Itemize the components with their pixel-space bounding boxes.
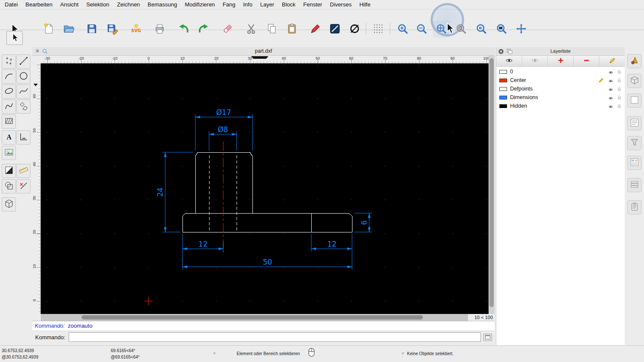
svg-export-button[interactable]: SVG: [128, 21, 145, 38]
tool-circle-button[interactable]: [16, 69, 30, 84]
layer-lock-icon[interactable]: [617, 86, 622, 92]
vertical-scroll-thumb[interactable]: [489, 58, 494, 307]
layer-row-center[interactable]: Center: [496, 76, 625, 84]
tool-points-button[interactable]: [2, 54, 16, 69]
vertical-scrollbar[interactable]: [489, 56, 495, 314]
pan-button[interactable]: [513, 21, 530, 38]
tool-polygon-button[interactable]: [16, 100, 30, 114]
menu-datei[interactable]: Datei: [1, 1, 21, 8]
dock-list-panel-button[interactable]: [627, 178, 641, 192]
horizontal-scrollbar[interactable]: [41, 314, 468, 321]
zoom-refresh-button[interactable]: [453, 21, 470, 38]
menu-hilfe[interactable]: Hilfe: [355, 1, 374, 8]
save-as-button[interactable]: [104, 21, 121, 38]
menu-bearbeiten[interactable]: Bearbeiten: [21, 1, 56, 8]
snap-grid-button[interactable]: [370, 21, 387, 38]
tool-line-button[interactable]: [16, 54, 30, 69]
dock-property-editor-button[interactable]: [627, 156, 641, 170]
layer-color-swatch[interactable]: [499, 70, 507, 74]
redo-button[interactable]: [195, 21, 212, 38]
menu-diverses[interactable]: Diverses: [326, 1, 355, 8]
edit-layer-button[interactable]: [599, 56, 625, 66]
layer-color-swatch[interactable]: [499, 87, 507, 91]
layer-row-defpoints[interactable]: Defpoints: [496, 84, 625, 93]
menu-info[interactable]: Info: [239, 1, 256, 8]
layer-row-dimensions[interactable]: Dimensions: [496, 93, 625, 102]
layer-lock-icon[interactable]: [617, 77, 622, 83]
layer-lock-icon[interactable]: [617, 103, 622, 109]
dock-command-widget-button[interactable]: [627, 94, 641, 108]
cut-button[interactable]: [243, 21, 260, 38]
menu-zeichnen[interactable]: Zeichnen: [113, 1, 143, 8]
tool-arc-button[interactable]: [2, 69, 16, 84]
save-button[interactable]: [83, 21, 100, 38]
print-preview-button[interactable]: [151, 21, 168, 38]
dock-layer-filter-button[interactable]: [627, 136, 641, 150]
layer-row-hidden[interactable]: Hidden: [496, 102, 625, 110]
copy-button[interactable]: [263, 21, 280, 38]
new-file-button[interactable]: [40, 21, 57, 38]
command-detach-button[interactable]: [483, 334, 492, 341]
dock-library-browser-button[interactable]: [627, 54, 641, 68]
menu-bemassung[interactable]: Bemassung: [144, 1, 181, 8]
zoom-window-button[interactable]: [493, 21, 510, 38]
hide-all-layers-button[interactable]: [522, 56, 548, 66]
layer-visibility-icon[interactable]: [608, 103, 614, 109]
layer-lock-icon[interactable]: [617, 69, 622, 75]
dock-entity-list-button[interactable]: [627, 116, 641, 130]
menu-block[interactable]: Block: [278, 1, 299, 8]
zoom-auto-button[interactable]: [433, 21, 450, 38]
selection-pointer-button[interactable]: [6, 31, 23, 45]
diameter-tool-button[interactable]: [346, 21, 363, 38]
line-attributes-button[interactable]: [326, 21, 343, 38]
tool-dimension-button[interactable]: [16, 130, 30, 145]
delete-button[interactable]: [219, 21, 236, 38]
layer-visibility-icon[interactable]: [608, 69, 614, 74]
hatch-icon: [4, 116, 14, 127]
show-all-layers-button[interactable]: [496, 56, 522, 66]
layer-color-swatch[interactable]: [499, 96, 507, 100]
layer-row-0[interactable]: 0: [496, 67, 625, 76]
tool-spline-button[interactable]: [16, 84, 30, 99]
layer-lock-icon[interactable]: [617, 94, 622, 100]
horizontal-scroll-thumb[interactable]: [82, 315, 423, 320]
menu-ansicht[interactable]: Ansicht: [56, 1, 82, 8]
pen-attributes-button[interactable]: [307, 21, 324, 38]
zoom-in-button[interactable]: [394, 21, 411, 38]
command-input[interactable]: [69, 332, 481, 342]
layer-color-swatch[interactable]: [499, 78, 507, 82]
tool-snap-modify-button[interactable]: [16, 179, 30, 193]
layer-visibility-icon[interactable]: [608, 78, 614, 83]
drawing-canvas[interactable]: Ø17 Ø8 24 6 12 12 50: [41, 63, 489, 314]
menu-layer[interactable]: Layer: [256, 1, 278, 8]
tool-fill-button[interactable]: [2, 164, 16, 178]
zoom-previous-button[interactable]: [473, 21, 490, 38]
dock-clipboard-panel-button[interactable]: [627, 200, 641, 214]
menu-fang[interactable]: Fang: [219, 1, 240, 8]
open-file-button[interactable]: [60, 21, 77, 38]
layer-visibility-icon[interactable]: [608, 86, 614, 91]
menu-fenster[interactable]: Fenster: [299, 1, 326, 8]
menu-selektion[interactable]: Selektion: [82, 1, 113, 8]
undo-button[interactable]: [175, 21, 192, 38]
tool-boolean-button[interactable]: [2, 179, 16, 193]
tool-hatch-button[interactable]: [2, 115, 16, 129]
remove-layer-button[interactable]: [574, 56, 599, 66]
layer-visibility-icon[interactable]: [608, 95, 614, 100]
tool-text-button[interactable]: A: [2, 130, 16, 145]
tool-solid-button[interactable]: [2, 197, 16, 211]
tool-ellipse-button[interactable]: [2, 84, 16, 99]
menu-modifizieren[interactable]: Modifizieren: [181, 1, 219, 8]
dock-block-list-button[interactable]: [627, 74, 641, 88]
panel-float-icon[interactable]: [507, 48, 513, 54]
zoom-out-button[interactable]: [413, 21, 430, 38]
tool-image-button[interactable]: [2, 146, 16, 160]
add-layer-button[interactable]: [548, 56, 574, 66]
layer-color-swatch[interactable]: [499, 104, 507, 108]
paste-button[interactable]: [283, 21, 301, 38]
mouse-icon: [308, 348, 315, 358]
panel-close-icon[interactable]: [498, 48, 504, 54]
tool-measure-button[interactable]: [16, 164, 30, 178]
plus-icon: [557, 57, 565, 66]
tool-freehand-button[interactable]: [2, 100, 16, 114]
